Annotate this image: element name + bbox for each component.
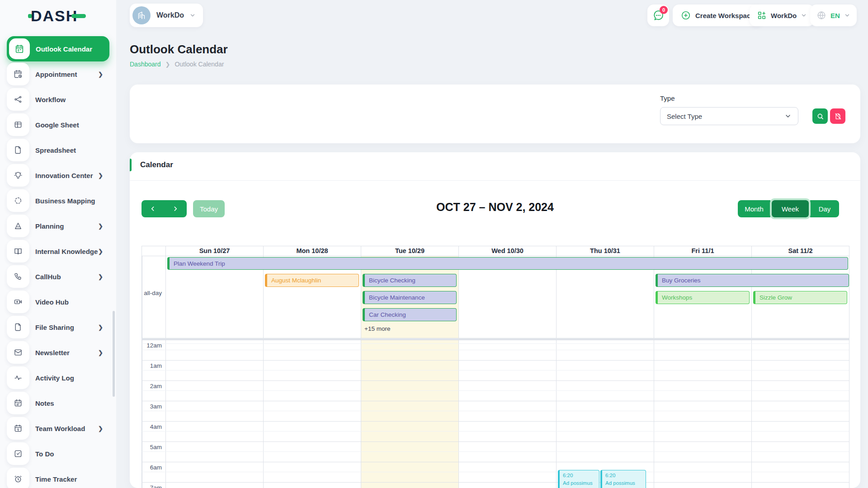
sidebar-item-label: Notes xyxy=(35,399,54,407)
day-header-row: Sun 10/27 Mon 10/28 Tue 10/29 Wed 10/30 … xyxy=(142,246,849,256)
day-header: Thu 10/31 xyxy=(556,246,654,256)
sidebar-item-video-hub[interactable]: Video Hub xyxy=(7,289,109,314)
search-icon xyxy=(816,113,824,120)
sidebar-item-google-sheet[interactable]: Google Sheet xyxy=(7,112,109,137)
messages-button[interactable]: 0 xyxy=(647,5,669,26)
sidebar-item-callhub[interactable]: CallHub ❯ xyxy=(7,264,109,289)
chevron-right-icon: ❯ xyxy=(98,223,103,230)
chevron-right-icon: ❯ xyxy=(98,71,103,78)
event-august-mclaughlin[interactable]: August Mclaughlin xyxy=(265,274,359,287)
app-switcher-label: WorkDo xyxy=(771,12,797,19)
book-icon xyxy=(7,240,29,263)
sidebar-nav: Outlook Calendar Appointment ❯ Workflow … xyxy=(7,36,109,488)
chevron-down-icon xyxy=(784,113,792,120)
ruler-icon xyxy=(7,215,29,237)
event-workshops[interactable]: Workshops xyxy=(656,291,750,304)
pulse-icon xyxy=(7,366,29,389)
sidebar-item-label: Workflow xyxy=(35,96,66,103)
sidebar-item-newsletter[interactable]: Newsletter ❯ xyxy=(7,340,109,365)
day-header: Tue 10/29 xyxy=(361,246,458,256)
reset-filter-button[interactable] xyxy=(830,108,845,124)
sidebar-item-file-sharing[interactable]: File Sharing ❯ xyxy=(7,314,109,340)
chevron-down-icon xyxy=(844,12,850,19)
sidebar-item-appointment[interactable]: Appointment ❯ xyxy=(7,61,109,87)
sidebar-item-label: Business Mapping xyxy=(35,197,95,205)
time-label: 5am xyxy=(142,444,162,450)
dash-logo[interactable]: DASH xyxy=(28,7,86,25)
day-view-button[interactable]: Day xyxy=(810,200,839,217)
create-workspace-button[interactable]: Create Workspace xyxy=(673,5,763,26)
day-header: Wed 10/30 xyxy=(458,246,556,256)
view-switcher: Month Week Day xyxy=(738,200,839,217)
timed-event[interactable]: 6:20 Ad possimus su xyxy=(558,470,599,488)
filter-card: Type Select Type xyxy=(130,84,860,143)
time-grid: 12am 1am 2am 3am 4am 5am 6am 7am 6:20 Ad… xyxy=(142,340,849,488)
lightbulb-icon xyxy=(7,164,29,187)
event-bicycle-maintenance[interactable]: Bicycle Maintenance xyxy=(363,291,457,304)
sidebar-item-innovation-center[interactable]: Innovation Center ❯ xyxy=(7,163,109,188)
sidebar-item-label: To Do xyxy=(35,450,54,458)
event-plan-weekend-trip[interactable]: Plan Weekend Trip xyxy=(167,257,848,270)
page: DASH Outlook Calendar Appointment ❯ Work… xyxy=(0,0,868,488)
app-switcher-button[interactable]: WorkDo xyxy=(750,5,814,26)
create-workspace-label: Create Workspace xyxy=(695,12,755,19)
sidebar-item-spreadsheet[interactable]: Spreadsheet xyxy=(7,137,109,163)
sidebar-item-label: Innovation Center xyxy=(35,172,93,179)
workload-calendar-icon xyxy=(7,417,29,440)
sidebar-item-team-workload[interactable]: Team Workload ❯ xyxy=(7,416,109,441)
alarm-clock-icon xyxy=(7,468,29,488)
type-select[interactable]: Select Type xyxy=(660,107,798,125)
day-header: Sat 11/2 xyxy=(751,246,849,256)
month-view-button[interactable]: Month xyxy=(738,200,770,217)
grid-plus-icon xyxy=(757,10,767,20)
type-label: Type xyxy=(660,94,675,102)
timed-event[interactable]: 6:20 Ad possimus xyxy=(600,470,646,488)
more-events-link[interactable]: +15 more xyxy=(364,325,390,332)
today-column-highlight xyxy=(361,340,458,488)
event-title: Ad possimus xyxy=(605,479,642,487)
sidebar-item-label: Newsletter xyxy=(35,349,70,357)
day-header: Sun 10/27 xyxy=(165,246,263,256)
day-header: Mon 10/28 xyxy=(263,246,361,256)
event-bicycle-checking[interactable]: Bicycle Checking xyxy=(363,274,457,287)
building-icon xyxy=(132,6,151,24)
sidebar-item-notes[interactable]: Notes xyxy=(7,390,109,416)
event-time: 6:20 xyxy=(563,472,596,479)
type-select-value: Select Type xyxy=(667,113,702,120)
chevron-down-icon xyxy=(189,12,196,19)
sidebar-item-label: Google Sheet xyxy=(35,121,79,129)
video-camera-icon xyxy=(7,291,29,313)
event-sizzle-grow[interactable]: Sizzle Grow xyxy=(753,291,847,304)
appointment-icon xyxy=(7,63,29,85)
search-button[interactable] xyxy=(812,108,828,124)
sidebar-item-time-tracker[interactable]: Time Tracker xyxy=(7,466,109,488)
card-divider xyxy=(130,180,860,181)
sidebar-item-workflow[interactable]: Workflow xyxy=(7,87,109,112)
sidebar-item-label: Team Workload xyxy=(35,425,85,432)
workspace-name: WorkDo xyxy=(156,11,184,19)
circle-plus-icon xyxy=(681,10,691,20)
chevron-down-icon xyxy=(801,12,807,19)
sidebar-item-outlook-calendar[interactable]: Outlook Calendar xyxy=(7,36,109,61)
week-view-button[interactable]: Week xyxy=(772,200,809,217)
sidebar-item-business-mapping[interactable]: Business Mapping xyxy=(7,188,109,213)
event-buy-groceries[interactable]: Buy Groceries xyxy=(656,274,849,287)
sidebar-item-internal-knowledge[interactable]: Internal Knowledge ❯ xyxy=(7,239,109,264)
globe-icon xyxy=(816,10,826,20)
sidebar-scrollbar[interactable] xyxy=(113,311,115,397)
sidebar-item-activity-log[interactable]: Activity Log xyxy=(7,365,109,390)
workflow-icon xyxy=(7,88,29,111)
dashed-circle-icon xyxy=(7,189,29,212)
note-icon xyxy=(7,392,29,414)
sidebar-item-label: Planning xyxy=(35,222,64,230)
language-selector[interactable]: EN xyxy=(810,5,857,26)
chevron-right-icon: ❯ xyxy=(98,349,103,356)
sidebar-item-to-do[interactable]: To Do xyxy=(7,441,109,466)
calendar-grid: Sun 10/27 Mon 10/28 Tue 10/29 Wed 10/30 … xyxy=(142,246,849,488)
breadcrumb-current: Outlook Calendar xyxy=(175,61,224,68)
breadcrumb-dashboard-link[interactable]: Dashboard xyxy=(130,61,161,68)
sidebar-item-planning[interactable]: Planning ❯ xyxy=(7,213,109,239)
event-car-checking[interactable]: Car Checking xyxy=(363,308,457,321)
sidebar-item-label: Internal Knowledge xyxy=(35,248,98,255)
workspace-selector[interactable]: WorkDo xyxy=(130,4,203,27)
